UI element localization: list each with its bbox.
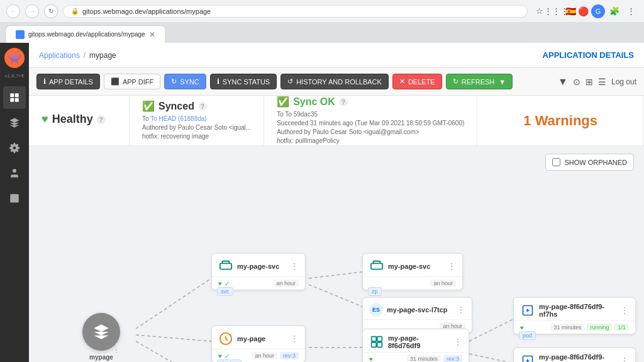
app-diff-btn[interactable]: ⬛ APP DIFF [104,74,160,89]
breadcrumb-separator: / [84,51,86,60]
healthy-info-icon[interactable]: ? [97,115,106,124]
menu-btn[interactable]: ⋮ [624,4,638,18]
forward-button[interactable]: → [25,4,39,18]
show-orphaned-checkbox[interactable] [552,158,560,166]
diff-icon: ⬛ [111,77,119,86]
show-orphaned-label: SHOW ORPHANED [564,159,627,166]
svg-rect-5 [10,194,19,203]
view-icon-3[interactable]: ☰ [598,77,606,87]
svg-line-12 [309,272,362,278]
node-my-page-svc[interactable]: my-page-svc ⋮ ♥ ✓ an hour svc [211,253,306,290]
node-menu-svc[interactable]: ⋮ [290,261,299,271]
sidebar-item-docs[interactable] [3,187,26,210]
svg-rect-17 [220,263,231,269]
svg-rect-20 [372,337,377,342]
node-deploy-check: ✓ [225,353,230,359]
history-label: HISTORY AND ROLLBACK [296,78,382,86]
sync-btn[interactable]: ↻ SYNC [164,74,206,89]
svg-rect-0 [10,93,14,97]
view-icon-2[interactable]: ⊞ [586,77,593,87]
node-name-pod1: my-page-8f6d76df9-nf7hs [539,303,616,318]
reload-button[interactable]: ↻ [44,4,58,18]
svg-rect-2 [10,98,14,102]
sidebar-item-layers[interactable] [3,111,26,134]
version-label: v1.8.7+€ [5,73,25,79]
node-name-rs: my-page-8f6d76df9 [388,334,450,349]
node-menu-svc-zp[interactable]: ⋮ [447,261,456,271]
apps-btn[interactable]: ⋮⋮⋮ [549,4,563,18]
url-text: gitops.webmago.dev/applications/mypage [82,8,211,15]
extensions-btn[interactable]: 🧩 [608,4,621,18]
app-details-icon: ℹ [43,77,46,86]
synced-info-icon[interactable]: ? [198,102,207,111]
svc-zp-icon [369,259,384,274]
delete-btn[interactable]: ✕ DELETE [392,74,442,89]
sync-label: SYNC [180,78,199,86]
top-bar: Applications / mypage APPLICATION DETAIL… [29,43,644,68]
history-icon: ↺ [287,77,293,86]
pod1-count: 1/1 [614,324,629,331]
node-menu-pod2[interactable]: ⋮ [620,356,629,362]
logout-btn[interactable]: Log out [611,77,636,86]
browser-chrome: ← → ↻ 🔒 gitops.webmago.dev/applications/… [0,0,644,23]
svg-rect-21 [377,337,382,342]
node-pod-2[interactable]: my-page-8f6d76df9-w96jq ⋮ ♥ 31 minutes r… [513,348,636,362]
node-l7tcp[interactable]: ES my-page-svc-l7tcp ⋮ an hour endpoints… [362,297,472,333]
breadcrumb: Applications / mypage [39,51,116,60]
history-rollback-btn[interactable]: ↺ HISTORY AND ROLLBACK [280,74,389,89]
sync-status-btn[interactable]: ℹ SYNC STATUS [210,74,277,89]
root-menu-icon[interactable]: ⋮ [114,348,119,353]
node-deploy-time: an hour [252,352,277,359]
node-menu-l7tcp[interactable]: ⋮ [457,305,465,315]
active-tab[interactable]: gitops.webmago.dev/applications/mypage ✕ [5,25,166,43]
node-svc-zp[interactable]: my-page-svc ⋮ an hour zp [362,253,463,290]
breadcrumb-apps-link[interactable]: Applications [39,51,80,60]
svg-line-9 [136,278,211,329]
synced-check-icon: ✅ [142,100,155,112]
profile-btn[interactable]: G [591,4,605,18]
synced-info: To To HEAD (61888da) Authored by Paulo C… [142,115,251,141]
svg-point-4 [13,169,16,173]
heart-icon: ♥ [42,113,48,126]
svg-rect-23 [377,342,382,348]
syncok-title: ✅ Sync OK ? [277,96,464,108]
back-button[interactable]: ← [6,4,20,18]
sync-icon: ↻ [171,77,177,86]
filter-icon[interactable]: ▼ [558,76,568,88]
syncok-time: Succeeded 31 minutes ago (Tue Mar 09 202… [277,119,464,128]
svg-rect-3 [15,98,19,102]
svg-line-15 [469,319,513,341]
app-details-button[interactable]: APPLICATION DETAILS [543,50,634,60]
node-rs[interactable]: my-page-8f6d76df9 ⋮ ♥ 31 minutes rev:3 r… [362,329,469,362]
sidebar-item-user[interactable] [3,162,26,184]
url-bar[interactable]: 🔒 gitops.webmago.dev/applications/mypage [63,5,528,18]
tab-close[interactable]: ✕ [149,30,155,39]
sidebar-item-settings[interactable] [3,137,26,159]
svg-line-11 [136,341,211,362]
app-container: 👾 v1.8.7+€ Applications / mypage APPLICA [0,43,644,362]
root-node-mypage[interactable] [82,313,120,351]
sidebar-item-apps[interactable] [3,86,26,109]
refresh-btn[interactable]: ↻ REFRESH ▼ [446,74,513,89]
node-name-l7tcp: my-page-svc-l7tcp [387,306,453,314]
synced-to[interactable]: To HEAD (61888da) [150,115,207,122]
show-orphaned-container[interactable]: SHOW ORPHANED [545,154,634,171]
node-menu-deploy[interactable]: ⋮ [290,334,299,344]
tab-label: gitops.webmago.dev/applications/mypage [28,31,145,38]
node-menu-rs[interactable]: ⋮ [453,337,462,347]
node-header-svc-zp: my-page-svc ⋮ [363,254,462,277]
syncok-check-icon: ✅ [277,96,289,108]
node-my-page-deploy[interactable]: my-page ⋮ ♥ ✓ an hour rev:3 deploy [211,325,306,362]
view-icon-1[interactable]: ⊙ [573,77,580,87]
node-header-l7tcp: ES my-page-svc-l7tcp ⋮ [363,298,472,320]
syncok-info-icon[interactable]: ? [339,98,348,106]
node-svc-check: ✓ [225,280,230,287]
node-pod-1[interactable]: my-page-8f6d76df9-nf7hs ⋮ ♥ 31 minutes r… [513,297,636,334]
app-details-label: APP DETAILS [49,78,93,86]
refresh-label: REFRESH [462,78,495,86]
node-menu-pod1[interactable]: ⋮ [620,305,629,315]
status-section: ♥ Healthy ? ✅ Synced ? To To HEAD (61888… [29,96,644,146]
app-details-btn[interactable]: ℹ APP DETAILS [36,74,100,89]
tabs-bar: gitops.webmago.dev/applications/mypage ✕ [0,23,644,43]
root-node-label: mypage [82,354,120,361]
